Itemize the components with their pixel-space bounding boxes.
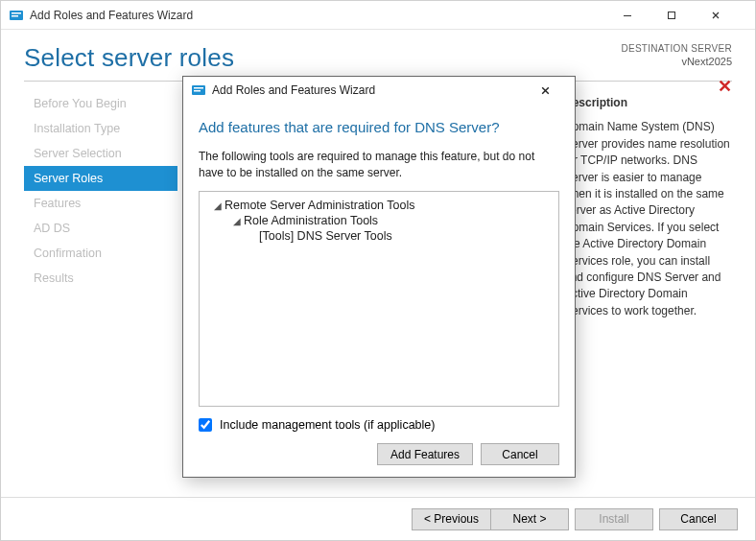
caret-down-icon: ◢ bbox=[232, 216, 242, 226]
nav-button-group: < Previous Next > bbox=[412, 508, 569, 530]
svg-rect-1 bbox=[12, 12, 21, 14]
svg-rect-7 bbox=[194, 90, 201, 92]
cancel-button[interactable]: Cancel bbox=[659, 508, 738, 530]
page-heading: Select server roles bbox=[24, 43, 234, 73]
caret-down-icon: ◢ bbox=[213, 200, 223, 211]
nav-confirmation[interactable]: Confirmation bbox=[24, 241, 177, 266]
minimize-button[interactable] bbox=[623, 1, 667, 30]
svg-rect-4 bbox=[669, 12, 675, 18]
previous-button[interactable]: < Previous bbox=[412, 508, 490, 530]
svg-rect-3 bbox=[624, 15, 631, 16]
nav-results[interactable]: Results bbox=[24, 266, 177, 291]
wizard-nav: Before You Begin Installation Type Serve… bbox=[24, 91, 177, 478]
add-features-button[interactable]: Add Features bbox=[377, 443, 473, 465]
add-features-dialog: Add Roles and Features Wizard Add featur… bbox=[182, 76, 576, 478]
nav-features[interactable]: Features bbox=[24, 191, 177, 216]
destination-label: DESTINATION SERVER bbox=[621, 43, 732, 56]
required-features-tree[interactable]: ◢Remote Server Administration Tools ◢Rol… bbox=[199, 191, 559, 407]
tree-node-dns-server-tools[interactable]: [Tools] DNS Server Tools bbox=[205, 228, 553, 244]
next-button[interactable]: Next > bbox=[490, 508, 569, 530]
dialog-titlebar: Add Roles and Features Wizard bbox=[183, 77, 575, 104]
include-management-tools-row[interactable]: Include management tools (if applicable) bbox=[199, 418, 559, 432]
close-button[interactable] bbox=[711, 1, 755, 30]
dialog-cancel-button[interactable]: Cancel bbox=[481, 443, 559, 465]
description-panel: Description Domain Name System (DNS) Ser… bbox=[564, 95, 732, 319]
nav-server-selection[interactable]: Server Selection bbox=[24, 141, 177, 166]
tree-node-rsat[interactable]: ◢Remote Server Administration Tools bbox=[205, 198, 553, 213]
dialog-close-button[interactable] bbox=[540, 79, 569, 102]
dialog-body: Add features that are required for DNS S… bbox=[183, 104, 575, 477]
app-icon bbox=[9, 8, 24, 23]
nav-installation-type[interactable]: Installation Type bbox=[24, 116, 177, 141]
window-title: Add Roles and Features Wizard bbox=[30, 9, 623, 22]
dialog-app-icon bbox=[191, 82, 206, 98]
destination-server: DESTINATION SERVER vNext2025 ✕ bbox=[621, 43, 732, 68]
dialog-question: Add features that are required for DNS S… bbox=[199, 119, 559, 135]
nav-ad-ds[interactable]: AD DS bbox=[24, 216, 177, 241]
wizard-footer: < Previous Next > Install Cancel bbox=[1, 497, 755, 540]
maximize-button[interactable] bbox=[667, 1, 711, 30]
description-heading: Description bbox=[564, 95, 732, 111]
dialog-title: Add Roles and Features Wizard bbox=[212, 83, 540, 97]
nav-server-roles[interactable]: Server Roles bbox=[24, 166, 177, 191]
svg-rect-2 bbox=[12, 15, 18, 17]
window-titlebar: Add Roles and Features Wizard bbox=[1, 1, 755, 30]
svg-rect-6 bbox=[194, 87, 203, 89]
destination-value: vNext2025 bbox=[621, 56, 732, 69]
window-controls bbox=[623, 1, 755, 30]
include-management-tools-checkbox[interactable] bbox=[199, 418, 212, 432]
tree-node-role-admin-tools[interactable]: ◢Role Administration Tools bbox=[205, 213, 553, 228]
install-button: Install bbox=[575, 508, 653, 530]
include-management-tools-label: Include management tools (if applicable) bbox=[220, 418, 435, 432]
description-text: Domain Name System (DNS) Server provides… bbox=[564, 119, 732, 319]
dialog-footer: Add Features Cancel bbox=[199, 443, 559, 465]
nav-before-you-begin[interactable]: Before You Begin bbox=[24, 91, 177, 116]
dialog-explain: The following tools are required to mana… bbox=[199, 149, 559, 181]
